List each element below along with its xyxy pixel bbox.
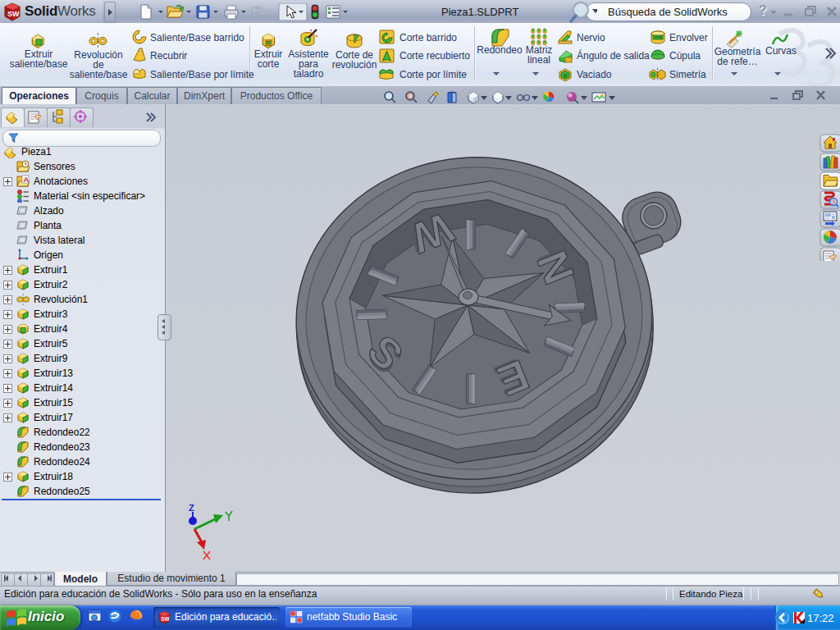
svg-text:SW: SW xyxy=(7,10,20,18)
svg-text:SW: SW xyxy=(161,616,169,622)
svg-text:Z: Z xyxy=(189,503,194,513)
